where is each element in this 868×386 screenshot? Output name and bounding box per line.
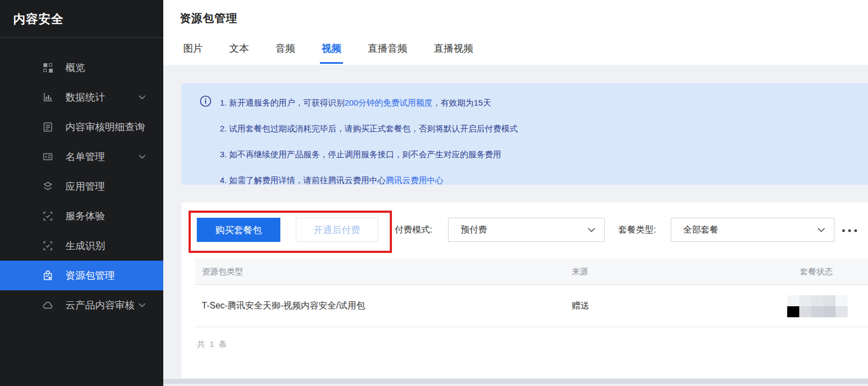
bar-chart-icon [42,91,54,103]
scan-icon [42,210,54,222]
notice-banner: 1. 新开通服务的用户，可获得识别200分钟的免费试用额度，有效期为15天 2.… [181,83,868,185]
sidebar-menu: 概览 数据统计 内容审核明细查询 名单管理 [0,53,163,320]
total-count: 共 1 条 [197,339,228,350]
notice-line-3: 3. 如不再继续使用产品服务，停止调用服务接口，则不会产生对应的服务费用 [220,141,868,167]
pay-mode-label: 付费模式: [395,218,432,242]
chevron-down-icon [817,228,825,233]
free-quota-link[interactable]: 200分钟的免费试用额度 [345,98,433,107]
tab-text[interactable]: 文本 [228,40,251,64]
main-header: 资源包管理 图片 文本 音频 视频 直播音频 直播视频 [163,0,868,65]
chevron-down-icon [139,125,146,129]
column-header-type: 资源包类型 [202,258,243,284]
tab-live-audio[interactable]: 直播音频 [366,40,409,64]
chevron-down-icon [139,95,146,100]
package-type-select[interactable]: 全部套餐 [671,218,834,242]
sidebar: 内容安全 概览 数据统计 内容审核明细查询 [0,0,163,386]
layers-icon [42,180,54,192]
notice-line-4: 4. 如需了解费用详情，请前往腾讯云费用中心腾讯云费用中心 [220,167,868,193]
sidebar-title: 内容安全 [0,0,163,38]
notice-line-1: 1. 新开通服务的用户，可获得识别200分钟的免费试用额度，有效期为15天 [220,90,868,115]
ellipsis-icon[interactable] [842,228,861,233]
cell-package-type: T-Sec-腾讯安全天御-视频内容安全/试用包 [202,285,365,327]
billing-center-link[interactable]: 腾讯云费用中心 [386,175,444,185]
tab-audio[interactable]: 音频 [274,40,297,64]
sidebar-item-app-management[interactable]: 应用管理 [0,172,163,201]
sidebar-item-cloud-product-review[interactable]: 云产品内容审核 [0,290,163,320]
bottom-divider [163,379,868,384]
package-type-value: 全部套餐 [671,218,834,241]
bottom-strip [163,384,868,386]
pay-mode-value: 预付费 [449,218,604,241]
cell-source: 赠送 [572,285,589,327]
sidebar-item-review-detail[interactable]: 内容审核明细查询 [0,112,163,142]
info-icon [200,95,212,107]
tab-bar: 图片 文本 音频 视频 直播音频 直播视频 [181,40,498,64]
scan-icon [42,240,54,252]
sidebar-item-generation-recognition[interactable]: 生成识别 [0,231,163,261]
tab-video[interactable]: 视频 [320,40,343,64]
cloud-icon [42,299,54,311]
table-header: 资源包类型 来源 套餐状态 [195,258,868,285]
sidebar-item-label: 服务体验 [65,209,105,223]
content-card: 购买套餐包 开通后付费 付费模式: 预付费 套餐类型: 全部套餐 资源包类型 来… [181,202,868,378]
postpaid-button[interactable]: 开通后付费 [296,218,378,242]
sidebar-item-statistics[interactable]: 数据统计 [0,82,163,112]
table-row: T-Sec-腾讯安全天御-视频内容安全/试用包 赠送 [195,285,868,327]
sidebar-item-label: 应用管理 [65,180,105,193]
sidebar-item-overview[interactable]: 概览 [0,53,163,82]
tab-image[interactable]: 图片 [181,40,204,64]
sidebar-item-label: 名单管理 [65,150,105,163]
tab-live-video[interactable]: 直播视频 [432,40,475,64]
document-icon [42,121,54,133]
package-icon [42,269,54,282]
list-card-icon [42,151,54,163]
sidebar-item-service-experience[interactable]: 服务体验 [0,201,163,231]
sidebar-item-label: 概览 [65,61,85,74]
chevron-down-icon [139,155,146,159]
chevron-down-icon [588,228,595,233]
sidebar-item-label: 生成识别 [65,239,105,252]
sidebar-item-resource-package[interactable]: 资源包管理 [0,261,163,290]
grid-icon [42,62,54,74]
pay-mode-select[interactable]: 预付费 [448,218,605,242]
package-type-label: 套餐类型: [618,218,656,242]
redacted-status-mosaic [787,295,848,317]
buy-package-button[interactable]: 购买套餐包 [197,218,280,242]
chevron-down-icon [139,303,146,307]
sidebar-item-label: 数据统计 [65,91,105,104]
sidebar-item-label: 内容审核明细查询 [65,120,145,134]
sidebar-item-label: 资源包管理 [65,269,115,282]
sidebar-item-label: 云产品内容审核 [65,299,135,312]
column-header-status: 套餐状态 [800,258,833,284]
sidebar-item-list-management[interactable]: 名单管理 [0,142,163,172]
page-title: 资源包管理 [180,11,237,26]
column-header-source: 来源 [572,258,588,284]
notice-line-2: 2. 试用套餐包过期或消耗完毕后，请购买正式套餐包，否则将默认开启后付费模式 [220,115,868,141]
